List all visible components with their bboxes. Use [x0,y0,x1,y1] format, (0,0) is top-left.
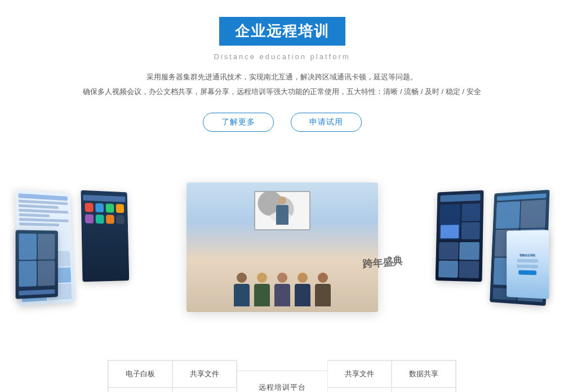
features-center-label: 远程培训平台 [237,371,327,392]
presenter-figure [276,197,288,225]
meeting-attendees [186,273,378,312]
center-label-text: 远程培训平台 [259,382,306,392]
center-meeting-image [186,182,378,312]
feature-item-0: 电子白板 [108,360,172,387]
trial-button[interactable]: 申请试用 [291,113,362,132]
feature-item-2: 多人议会 [108,387,172,392]
person-1 [234,273,250,306]
panel-card-left [81,190,129,282]
feature-item-3: 桌面共享 [172,387,237,392]
hero-section: 企业远程培训 Distance education platform 采用服务器… [0,0,564,160]
panel-card-bottom-right: 视频会议系统 [507,230,549,299]
desc-line1: 采用服务器集群先进通讯技术，实现南北互通，解决跨区域通讯卡顿，延迟等问题。 [11,70,553,84]
features-left-grid: 电子白板 共享文件 多人议会 桌面共享 [108,360,237,392]
feature-item-right-0: 共享文件 [327,360,392,387]
collage-inner: 跨年盛典 [15,166,550,329]
feature-item-1: 共享文件 [172,360,237,387]
button-group: 了解更多 申请试用 [11,113,553,132]
features-right-grid: 共享文件 数据共享 手写白板 登录注册 [327,360,456,392]
panel-card-right [435,190,483,282]
person-3 [274,273,290,306]
person-4 [295,273,310,306]
right-panels: 视频会议系统 [434,191,550,304]
feature-item-right-1: 数据共享 [392,360,456,387]
description: 采用服务器集群先进通讯技术，实现南北互通，解决跨区域通讯卡顿，延迟等问题。 确保… [11,70,553,99]
learn-more-button[interactable]: 了解更多 [203,113,274,132]
main-title: 企业远程培训 [219,17,345,46]
collage-section: 跨年盛典 [0,160,564,335]
person-5 [315,273,331,306]
left-panels [15,191,131,304]
subtitle: Distance education platform [11,52,553,61]
person-2 [254,273,270,306]
feature-item-right-2: 手写白板 [327,387,392,392]
feature-item-right-3: 登录注册 [392,387,456,392]
panel-card-bottom-left [15,230,57,299]
desc-line2: 确保多人视频会议，办公文档共享，屏幕分享，远程培训等强大功能的正常使用，五大特性… [11,84,553,99]
features-section: 电子白板 共享文件 多人议会 桌面共享 远程培训平台 共享文件 数据共享 手写白… [0,351,564,392]
